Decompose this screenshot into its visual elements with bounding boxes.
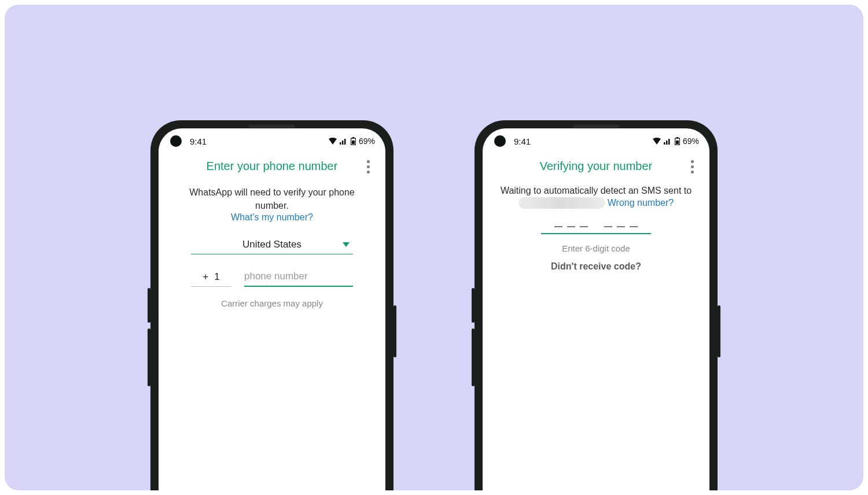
volume-button	[472, 288, 475, 323]
country-code-input[interactable]: + 1	[191, 268, 231, 287]
code-digit	[617, 226, 625, 227]
waiting-description: Waiting to automatically detect an SMS s…	[496, 186, 696, 196]
phone-speaker	[249, 125, 295, 128]
code-digit	[554, 226, 562, 227]
code-digit	[604, 226, 612, 227]
phone-speaker	[573, 125, 619, 128]
code-digit	[567, 226, 575, 227]
volume-button	[472, 328, 475, 386]
phone-frame-right: 9:41 69% Verifying your number Waiting t…	[475, 120, 718, 490]
status-time: 9:41	[514, 136, 531, 146]
more-options-icon[interactable]	[685, 158, 699, 175]
code-digit	[580, 226, 588, 227]
status-bar: 9:41 69%	[483, 128, 709, 154]
power-button	[718, 305, 720, 357]
chevron-down-icon	[343, 242, 350, 247]
content-left: WhatsApp will need to verify your phone …	[159, 176, 385, 308]
code-hint: Enter 6-digit code	[496, 243, 696, 253]
status-battery: 69%	[683, 136, 699, 146]
header: Enter your phone number	[159, 154, 385, 176]
svg-rect-7	[666, 141, 668, 145]
camera-icon	[170, 135, 182, 147]
volume-button	[148, 288, 150, 323]
header: Verifying your number	[483, 154, 709, 176]
status-bar: 9:41 69%	[159, 128, 385, 154]
page-title: Enter your phone number	[168, 160, 376, 173]
carrier-note: Carrier charges may apply	[172, 298, 372, 308]
canvas: 9:41 69% Enter your phone number WhatsAp…	[5, 5, 863, 490]
redacted-number	[518, 197, 605, 209]
whats-my-number-link[interactable]: What's my number?	[231, 212, 313, 222]
verify-description: WhatsApp will need to verify your phone …	[172, 186, 372, 212]
status-time: 9:41	[190, 136, 207, 146]
cc-prefix: +	[203, 271, 208, 283]
battery-icon	[351, 137, 356, 145]
camera-icon	[494, 135, 506, 147]
svg-rect-5	[352, 141, 355, 144]
more-options-icon[interactable]	[361, 158, 375, 175]
cc-value: 1	[214, 271, 219, 283]
phone-number-input[interactable]	[244, 271, 353, 282]
signal-icon	[340, 138, 348, 145]
power-button	[393, 305, 396, 357]
wifi-icon	[653, 138, 661, 145]
volume-button	[148, 328, 150, 386]
wifi-icon	[329, 138, 337, 145]
code-digit	[630, 226, 638, 227]
phone-input-wrap	[244, 267, 353, 287]
country-selector[interactable]: United States	[191, 235, 353, 254]
phone-entry-row: + 1	[191, 267, 353, 287]
svg-rect-2	[344, 139, 346, 145]
country-label: United States	[191, 239, 353, 250]
svg-rect-6	[664, 142, 665, 145]
content-right: Waiting to automatically detect an SMS s…	[483, 176, 709, 272]
phone-frame-left: 9:41 69% Enter your phone number WhatsAp…	[150, 120, 393, 490]
code-input[interactable]	[541, 224, 651, 234]
status-battery: 69%	[359, 136, 375, 146]
svg-rect-1	[342, 141, 344, 145]
svg-rect-8	[668, 139, 670, 145]
svg-rect-11	[676, 141, 679, 144]
didnt-receive-link[interactable]: Didn't receive code?	[496, 261, 696, 272]
page-title: Verifying your number	[492, 160, 700, 173]
screen-left: 9:41 69% Enter your phone number WhatsAp…	[159, 128, 385, 490]
signal-icon	[664, 138, 672, 145]
wrong-number-link[interactable]: Wrong number?	[608, 198, 674, 208]
screen-right: 9:41 69% Verifying your number Waiting t…	[483, 128, 709, 490]
svg-rect-0	[340, 142, 341, 145]
battery-icon	[675, 137, 680, 145]
